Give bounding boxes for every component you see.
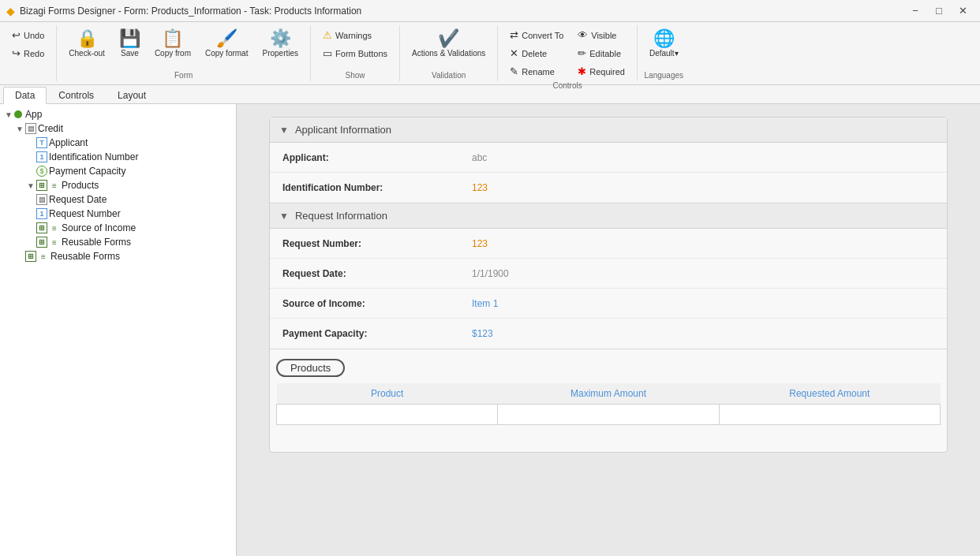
toolbar-group-form: 🔒 Check-out 💾 Save 📋 Copy from 🖌️ Copy f…	[57, 25, 311, 81]
max-amount-input[interactable]	[504, 409, 712, 420]
copy-format-button[interactable]: 🖌️ Copy format	[200, 27, 253, 61]
tree-item-credit[interactable]: ▼ ▤ Credit	[0, 121, 236, 136]
payment-capacity-row: Payment Capacity: $123	[270, 319, 947, 349]
tree-label-sourceinc: Source of Income	[62, 222, 136, 233]
products-input-max-amount[interactable]	[498, 405, 719, 425]
grid-icon-reusable-credit: ≡	[49, 237, 60, 248]
copy-from-button[interactable]: 📋 Copy from	[149, 27, 196, 61]
warnings-button[interactable]: ⚠ Warnings	[317, 27, 393, 43]
app-icon: ◆	[6, 5, 15, 17]
products-input-requested-amount[interactable]	[719, 405, 940, 425]
folder-icon-reusable-top: ⊞	[25, 251, 36, 262]
form-group-label: Form	[174, 69, 193, 80]
products-input-product[interactable]	[277, 405, 498, 425]
visible-button[interactable]: 👁 Visible	[572, 27, 630, 43]
warnings-icon: ⚠	[323, 29, 332, 41]
redo-button[interactable]: ↪ Redo	[6, 45, 50, 62]
products-table-header-row: Product Maximum Amount Requested Amount	[277, 383, 941, 405]
tree-label-products: Products	[62, 180, 99, 191]
undo-button[interactable]: ↩ Undo	[6, 27, 50, 43]
left-panel: ▼ App ▼ ▤ Credit T Applicant 1 Identific…	[0, 104, 237, 556]
tree-expand-reqnum	[25, 210, 36, 218]
applicant-value: abc	[459, 146, 947, 170]
field-icon-applicant: T	[36, 137, 47, 148]
tree-item-reusable-forms-credit[interactable]: ⊞ ≡ Reusable Forms	[0, 235, 236, 249]
requested-amount-input[interactable]	[726, 409, 933, 420]
visibility-small-group: 👁 Visible ✏ Editable ✱ Required	[572, 27, 630, 80]
properties-button[interactable]: ⚙️ Properties	[256, 27, 304, 61]
tab-controls[interactable]: Controls	[47, 87, 106, 103]
tab-data[interactable]: Data	[3, 87, 47, 104]
folder-icon-reusable-credit: ⊞	[36, 237, 47, 248]
id-number-value: 123	[459, 176, 947, 200]
form-container: ▼ Applicant Information Applicant: abc I…	[269, 117, 948, 453]
tree-item-request-date[interactable]: ▤ Request Date	[0, 192, 236, 207]
minimize-button[interactable]: −	[904, 3, 926, 19]
field-icon-idnum: 1	[36, 151, 47, 162]
rename-button[interactable]: ✎ Rename	[504, 63, 569, 80]
tree-item-app[interactable]: ▼ App	[0, 107, 236, 121]
products-empty-row	[277, 425, 941, 446]
close-button[interactable]: ✕	[952, 3, 974, 19]
convert-to-button[interactable]: ⇄ Convert To	[504, 27, 569, 43]
tree-expand-app: ▼	[3, 110, 14, 119]
toolbar-group-show: ⚠ Warnings ▭ Form Buttons Show	[311, 25, 400, 81]
request-number-label: Request Number:	[270, 232, 459, 256]
tree-item-request-number[interactable]: 1 Request Number	[0, 207, 236, 221]
editable-button[interactable]: ✏ Editable	[572, 45, 630, 62]
grid-icon-sourceinc: ≡	[49, 222, 60, 233]
products-title[interactable]: Products	[276, 359, 345, 377]
request-info-header[interactable]: ▼ Request Information	[270, 203, 947, 229]
applicant-info-header[interactable]: ▼ Applicant Information	[270, 118, 947, 143]
toolbar-group-undoredo: ↩ Undo ↪ Redo	[0, 25, 57, 81]
products-table: Product Maximum Amount Requested Amount	[276, 383, 941, 446]
tree-label-reusable-credit: Reusable Forms	[62, 237, 131, 248]
default-language-button[interactable]: 🌐 Default▾	[644, 27, 684, 61]
redo-icon: ↪	[12, 47, 21, 59]
tree-item-products[interactable]: ▼ ⊞ ≡ Products	[0, 178, 236, 192]
request-info-section: ▼ Request Information Request Number: 12…	[270, 203, 947, 349]
source-income-row: Source of Income: Item 1	[270, 289, 947, 319]
controls-group-label: Controls	[552, 80, 582, 90]
tree-item-payment-capacity[interactable]: $ Payment Capacity	[0, 164, 236, 178]
form-buttons-button[interactable]: ▭ Form Buttons	[317, 45, 393, 62]
products-input-row	[277, 405, 941, 425]
tree-expand-products: ▼	[25, 181, 36, 190]
show-group-label: Show	[346, 69, 365, 80]
maximize-button[interactable]: □	[928, 3, 950, 19]
field-icon-reqdate: ▤	[36, 194, 47, 205]
tree-item-applicant[interactable]: T Applicant	[0, 136, 236, 150]
checkout-icon: 🔒	[77, 30, 98, 47]
tree-item-reusable-forms-top[interactable]: ⊞ ≡ Reusable Forms	[0, 249, 236, 263]
folder-icon-sourceinc: ⊞	[36, 222, 47, 233]
title-bar: ◆ Bizagi Forms Designer - Form: Products…	[0, 0, 980, 22]
toolbar: ↩ Undo ↪ Redo 🔒 Check-out 💾 Save 📋	[0, 22, 980, 85]
id-number-row: Identification Number: 123	[270, 173, 947, 203]
tree-label-reqnum: Request Number	[49, 208, 121, 219]
required-button[interactable]: ✱ Required	[572, 63, 630, 80]
save-button[interactable]: 💾 Save	[114, 27, 146, 61]
product-input[interactable]	[283, 409, 491, 420]
tree-label-reqdate: Request Date	[49, 194, 107, 205]
tree-item-identification-number[interactable]: 1 Identification Number	[0, 150, 236, 164]
request-date-value: 1/1/1900	[459, 262, 947, 285]
source-income-value: Item 1	[459, 292, 947, 315]
request-date-row: Request Date: 1/1/1900	[270, 259, 947, 289]
actions-validations-button[interactable]: ✔️ Actions & Validations	[406, 27, 491, 61]
tree-label-idnum: Identification Number	[49, 151, 138, 162]
copy-format-icon: 🖌️	[216, 30, 238, 47]
properties-icon: ⚙️	[270, 30, 291, 47]
folder-icon-products: ⊞	[36, 180, 47, 191]
applicant-info-title: Applicant Information	[295, 124, 391, 136]
validation-group-label: Validation	[432, 69, 466, 80]
checkout-button[interactable]: 🔒 Check-out	[63, 27, 110, 61]
delete-button[interactable]: ✕ Delete	[504, 45, 569, 62]
right-panel: ▼ Applicant Information Applicant: abc I…	[237, 104, 980, 556]
tree-item-source-income[interactable]: ⊞ ≡ Source of Income	[0, 221, 236, 235]
tree-label-app: App	[25, 109, 42, 120]
request-info-title: Request Information	[295, 210, 387, 222]
tab-layout[interactable]: Layout	[106, 87, 158, 103]
applicant-row: Applicant: abc	[270, 143, 947, 173]
save-icon: 💾	[119, 30, 140, 47]
tree-expand-credit: ▼	[14, 125, 25, 133]
